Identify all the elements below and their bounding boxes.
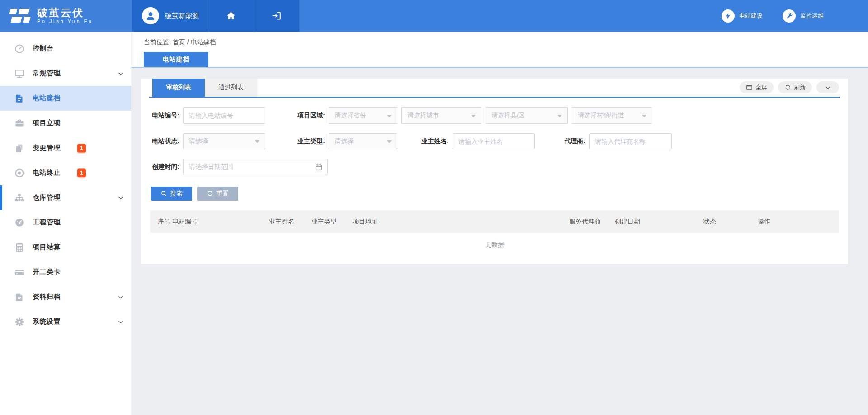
col-project-address: 项目地址: [353, 210, 569, 233]
sidebar-item-warehouse-mgmt[interactable]: 仓库管理: [0, 185, 131, 210]
record-icon: [14, 167, 25, 178]
document-icon: [14, 93, 25, 104]
sidebar-item-general-mgmt[interactable]: 常规管理: [0, 61, 131, 86]
nav-station-construction[interactable]: 电站建设: [722, 9, 763, 23]
owner-name-input[interactable]: [453, 133, 535, 149]
table-header-row: 序号 电站编号 业主姓名 业主类型 项目地址 服务代理商 创建日期 状态 操作: [150, 210, 839, 233]
caret-down-icon: [642, 115, 646, 117]
field-label-create-time: 创建时间:: [150, 163, 179, 171]
field-label-owner-name: 业主姓名:: [419, 137, 449, 145]
breadcrumb: 当前位置: 首页 / 电站建档: [132, 32, 868, 47]
col-create-date: 创建日期: [615, 210, 703, 233]
breadcrumb-home-link[interactable]: 首页: [173, 38, 185, 46]
search-button[interactable]: 搜索: [151, 187, 192, 201]
col-service-agent: 服务代理商: [569, 210, 615, 233]
field-label-station-status: 电站状态:: [150, 137, 179, 145]
sidebar-item-console[interactable]: 控制台: [0, 36, 131, 61]
station-status-select[interactable]: 请选择: [183, 133, 265, 149]
caret-down-icon: [471, 115, 476, 117]
col-status: 状态: [703, 210, 758, 233]
main-content: 审核列表 通过列表 全屏 刷新 电站编号:: [132, 69, 868, 415]
caret-down-icon: [557, 115, 562, 117]
breadcrumb-strip: 当前位置: 首页 / 电站建档 电站建档: [132, 32, 868, 68]
status-badge: 1: [77, 168, 86, 177]
lightning-icon: [722, 9, 735, 23]
empty-state: 无数据: [150, 233, 839, 254]
results-table: 序号 电站编号 业主姓名 业主类型 项目地址 服务代理商 创建日期 状态 操作 …: [150, 210, 839, 254]
sidebar-item-open-type2-card[interactable]: 开二类卡: [0, 260, 131, 284]
home-icon: [226, 10, 236, 21]
sign-in-icon: [271, 10, 282, 21]
topbar: 破茧云伏 Po Jian Yun Fu 破茧新能源 电站建设: [0, 0, 868, 32]
collapse-button[interactable]: [816, 81, 839, 93]
brand-logo-icon: [9, 9, 31, 23]
field-label-owner-type: 业主类型:: [296, 137, 325, 145]
sitemap-icon: [14, 192, 25, 203]
nav-monitor-ops[interactable]: 监控运维: [783, 9, 824, 23]
reset-button[interactable]: 重置: [197, 187, 238, 201]
refresh-button[interactable]: 刷新: [778, 81, 812, 93]
chevron-down-icon: [118, 319, 124, 325]
sidebar-item-data-archive[interactable]: 资料归档: [0, 284, 131, 309]
gauge-icon: [14, 217, 25, 228]
sidebar-item-project-settlement[interactable]: 项目结算: [0, 235, 131, 260]
card-icon: [14, 266, 25, 278]
city-select[interactable]: 请选择城市: [401, 107, 481, 124]
col-owner-name: 业主姓名: [269, 210, 311, 233]
sidebar-item-station-filing[interactable]: 电站建档: [0, 86, 131, 111]
calculator-icon: [14, 242, 25, 253]
home-button[interactable]: [208, 0, 254, 32]
brand-logo: 破茧云伏 Po Jian Yun Fu: [0, 0, 132, 32]
sidebar: 控制台 常规管理 电站建档 项目立项 变更管理 1 电站终止 1: [0, 32, 132, 415]
gear-icon: [14, 316, 25, 327]
field-label-agent: 代理商:: [557, 137, 585, 145]
province-select[interactable]: 请选择省份: [329, 107, 397, 124]
sidebar-item-engineering-mgmt[interactable]: 工程管理: [0, 210, 131, 235]
wrench-icon: [783, 9, 796, 23]
briefcase-icon: [14, 117, 25, 129]
status-badge: 1: [77, 144, 86, 152]
window-icon: [746, 84, 753, 91]
col-index: 序号: [150, 210, 172, 233]
town-select[interactable]: 请选择村镇/街道: [572, 107, 652, 124]
page-tab-station-filing[interactable]: 电站建档: [144, 52, 208, 67]
caret-down-icon: [387, 115, 392, 117]
sidebar-item-station-termination[interactable]: 电站终止 1: [0, 160, 131, 185]
tab-passed-list[interactable]: 通过列表: [205, 79, 257, 97]
county-select[interactable]: 请选择县/区: [486, 107, 568, 124]
tab-review-list[interactable]: 审核列表: [152, 79, 205, 97]
chevron-down-icon: [118, 195, 124, 201]
chevron-down-icon: [825, 84, 831, 91]
brand-subtitle: Po Jian Yun Fu: [37, 19, 93, 24]
sign-in-button[interactable]: [254, 0, 300, 32]
company-name: 破茧新能源: [165, 12, 199, 20]
breadcrumb-label: 当前位置:: [144, 38, 171, 46]
sidebar-item-change-mgmt[interactable]: 变更管理 1: [0, 135, 131, 160]
col-owner-type: 业主类型: [311, 210, 353, 233]
copy-icon: [14, 142, 25, 154]
col-station-no: 电站编号: [172, 210, 269, 233]
filter-form: 电站编号: 项目区域: 请选择省份 请选择城市 请选择县/区 请选择村镇/街道 …: [141, 98, 848, 201]
avatar-icon: [142, 7, 159, 24]
breadcrumb-current: 电站建档: [190, 38, 216, 46]
topbar-user[interactable]: 破茧新能源: [132, 0, 208, 32]
search-icon: [160, 190, 167, 197]
nav-label: 监控运维: [800, 12, 824, 20]
station-no-input[interactable]: [183, 107, 265, 124]
fullscreen-button[interactable]: 全屏: [740, 81, 774, 93]
reset-icon: [207, 190, 213, 197]
agent-input[interactable]: [589, 133, 672, 149]
panel: 审核列表 通过列表 全屏 刷新 电站编号:: [141, 79, 848, 264]
sidebar-item-project-initiation[interactable]: 项目立项: [0, 111, 131, 135]
brand-title: 破茧云伏: [37, 7, 93, 19]
chevron-down-icon: [118, 294, 124, 300]
calendar-icon: [315, 163, 323, 171]
field-label-station-no: 电站编号:: [150, 112, 179, 120]
field-label-region: 项目区域:: [296, 112, 325, 120]
owner-type-select[interactable]: 请选择: [329, 133, 397, 149]
date-range-input[interactable]: 请选择日期范围: [183, 159, 328, 175]
archive-icon: [14, 291, 25, 303]
dashboard-icon: [14, 43, 25, 54]
caret-down-icon: [255, 140, 259, 143]
sidebar-item-system-settings[interactable]: 系统设置: [0, 309, 131, 334]
